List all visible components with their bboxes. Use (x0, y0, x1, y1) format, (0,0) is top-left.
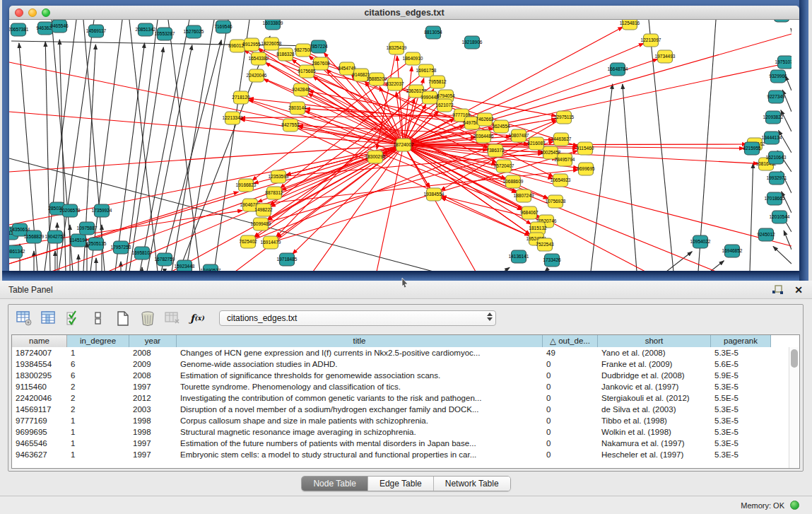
network-node[interactable]: 7386372 (486, 144, 505, 157)
table-row[interactable]: 1872400712008Changes of HCN gene express… (12, 347, 799, 358)
network-node[interactable]: 20206578 (60, 204, 81, 217)
tab-node-table[interactable]: Node Table (302, 477, 368, 491)
network-node[interactable]: 11254816 (620, 20, 640, 30)
network-node[interactable]: 16958107 (132, 247, 153, 259)
network-node[interactable]: 9684067 (520, 206, 539, 219)
network-node[interactable]: 7169546 (214, 21, 233, 33)
network-node[interactable]: 19384554 (424, 188, 445, 201)
network-node[interactable]: 12093822 (763, 111, 784, 124)
network-node[interactable]: 14463627 (551, 133, 572, 146)
network-node[interactable]: 10807487 (509, 129, 529, 142)
network-node[interactable]: 19042757 (45, 230, 66, 243)
network-node[interactable]: 18325419 (387, 42, 407, 54)
network-node[interactable]: 11568829 (24, 230, 45, 243)
network-node[interactable]: 19932971 (767, 172, 787, 185)
network-node[interactable]: 10756928 (546, 195, 566, 208)
network-node[interactable]: 7955812 (428, 76, 447, 88)
network-node[interactable]: 1498222 (254, 204, 273, 216)
network-node[interactable]: 17018665 (765, 192, 785, 205)
network-node[interactable]: 18226058 (261, 37, 282, 50)
delete-column-icon[interactable] (139, 310, 156, 327)
network-node[interactable]: 19734493 (655, 50, 676, 63)
network-node[interactable]: 19718485 (277, 253, 298, 266)
network-node[interactable]: 12505135 (86, 238, 107, 250)
column-header-name[interactable]: name (12, 335, 67, 347)
memory-ok-indicator[interactable] (790, 501, 799, 510)
network-node[interactable]: 10954022 (690, 235, 711, 248)
network-node[interactable]: 17957253 (111, 241, 131, 254)
network-node[interactable]: 8186328 (276, 48, 295, 61)
network-node[interactable]: 7857224 (310, 40, 328, 53)
network-node[interactable]: 15720407 (494, 160, 514, 173)
network-node[interactable]: 20851342 (136, 23, 156, 36)
table-row[interactable]: 946362711997Embryonic stem cells: a mode… (12, 449, 799, 460)
table-row[interactable]: 969969511998Structural magnetic resonanc… (12, 426, 799, 438)
table-row[interactable]: 977716911998Corpus callosum shape and si… (12, 415, 799, 426)
network-node[interactable]: 14136141 (509, 250, 529, 263)
network-node[interactable]: 13444134 (762, 132, 782, 144)
float-panel-icon[interactable] (770, 284, 785, 296)
network-node[interactable]: 6216087 (527, 137, 546, 150)
network-node[interactable]: 16543382 (249, 52, 269, 65)
table-row[interactable]: 2242004622012Investigating the contribut… (12, 392, 799, 404)
minimize-window-button[interactable] (28, 8, 37, 17)
table-mode-icon[interactable] (16, 310, 33, 327)
network-node[interactable]: 18807249 (514, 189, 534, 202)
scrollbar-thumb[interactable] (791, 349, 798, 368)
network-node[interactable]: 15276025 (184, 25, 204, 38)
network-node[interactable]: 10654923 (551, 174, 571, 187)
citation-network-graph[interactable]: 8960123891295518226058982750816543382818… (9, 20, 792, 271)
network-node[interactable]: 14569117 (86, 25, 107, 37)
network-node[interactable]: 1621072 (435, 99, 454, 112)
network-node[interactable]: 10553287 (155, 28, 175, 40)
network-node[interactable]: 19166823 (236, 179, 257, 192)
network-node[interactable]: 9245012 (757, 228, 775, 241)
network-node[interactable]: 16961758 (416, 64, 437, 77)
network-node[interactable]: 9699695 (577, 163, 595, 175)
network-node[interactable]: 10688609 (503, 175, 524, 188)
column-header-short[interactable]: short (598, 335, 711, 347)
column-header-out_de[interactable]: △ out_de... (543, 335, 598, 347)
network-node[interactable]: 12213097 (641, 34, 661, 47)
network-node[interactable]: 9990448 (420, 91, 439, 104)
network-node[interactable]: 2867608 (312, 57, 330, 70)
table-row[interactable]: 1830029562008Estimation of significance … (12, 370, 799, 381)
network-node[interactable]: 7625402 (239, 235, 257, 248)
network-node[interactable]: 9875012 (772, 20, 791, 22)
column-header-year[interactable]: year (129, 335, 177, 347)
network-node[interactable]: 12490527 (201, 264, 221, 271)
table-vertical-scrollbar[interactable] (789, 347, 799, 468)
network-node[interactable]: 16782759 (155, 253, 175, 266)
network-node[interactable]: 16033809 (263, 20, 283, 30)
network-node[interactable]: 8215955 (743, 142, 761, 155)
network-node[interactable]: 12213343 (223, 112, 243, 124)
tab-network-table[interactable]: Network Table (434, 477, 510, 491)
network-node[interactable]: 19218906 (462, 36, 483, 49)
column-header-pagerank[interactable]: pagerank (711, 335, 771, 347)
column-header-title[interactable]: title (177, 335, 543, 347)
network-node[interactable]: 8427552 (281, 119, 300, 132)
network-node[interactable]: 16914479 (261, 236, 281, 249)
network-node[interactable]: 12353593 (269, 170, 289, 183)
network-node[interactable]: 9329966 (769, 70, 787, 83)
network-node[interactable]: 9175685 (298, 65, 316, 78)
network-node[interactable]: 20657381 (9, 23, 29, 36)
network-node[interactable]: 18724007 (394, 139, 414, 151)
network-node[interactable]: 7522543 (536, 238, 554, 251)
network-node[interactable]: 28495794 (555, 153, 575, 166)
table-row[interactable]: 946554611997Estimation of the future num… (12, 438, 799, 449)
network-node[interactable]: 18300295 (365, 151, 386, 163)
network-node[interactable]: 9242848 (292, 83, 310, 96)
network-node[interactable]: 8912955 (242, 38, 261, 51)
network-node[interactable]: 9227349 (767, 90, 785, 103)
zoom-window-button[interactable] (42, 8, 50, 17)
table-row[interactable]: 1456911722003Disruption of a novel membe… (12, 404, 799, 415)
network-node[interactable]: 9115460 (577, 142, 594, 155)
network-node[interactable]: 8813054 (424, 26, 442, 39)
new-column-icon[interactable] (114, 310, 131, 327)
network-node[interactable]: 8322037 (386, 78, 404, 90)
select-columns-icon[interactable] (65, 310, 82, 327)
network-node[interactable]: 20364486 (473, 130, 494, 143)
network-node[interactable]: 9465546 (50, 20, 69, 33)
network-node[interactable]: 2803144 (288, 102, 307, 115)
